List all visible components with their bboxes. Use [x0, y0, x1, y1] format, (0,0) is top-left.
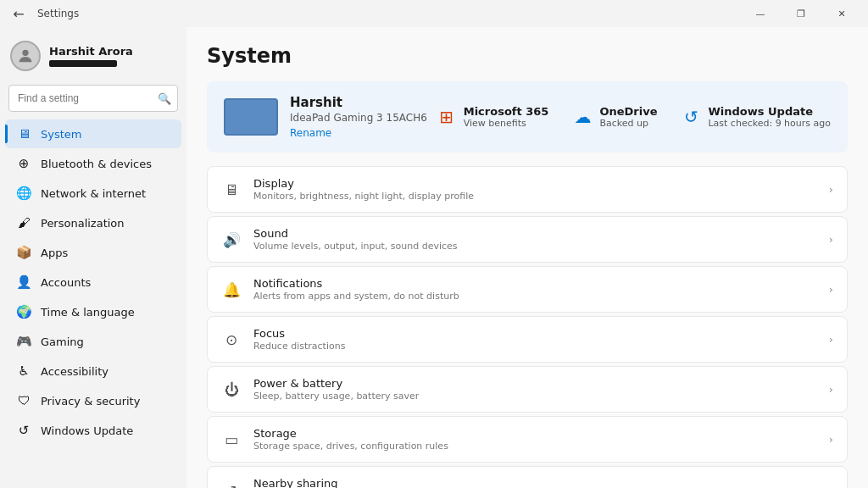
sidebar-item-accounts[interactable]: 👤 Accounts [5, 268, 181, 297]
titlebar-controls: — ❐ ✕ [741, 0, 861, 27]
profile-card: Harshit IdeaPad Gaming 3 15ACH6 Rename ⊞… [207, 81, 848, 152]
nav-label-accessibility: Accessibility [41, 365, 108, 378]
nav-label-accounts: Accounts [41, 276, 91, 289]
setting-text-notifications: Notifications Alerts from apps and syste… [253, 277, 817, 302]
user-bar [49, 60, 117, 67]
main-content: System Harshit IdeaPad Gaming 3 15ACH6 R… [186, 27, 868, 488]
nav-icon-windowsupdate: ↺ [15, 422, 32, 439]
restore-button[interactable]: ❐ [782, 0, 821, 27]
setting-name-storage: Storage [253, 427, 817, 440]
chevron-icon-focus: › [829, 333, 833, 346]
nav-icon-accessibility: ♿ [15, 363, 32, 380]
nav-icon-time: 🌍 [15, 303, 32, 320]
profile-info: Harshit IdeaPad Gaming 3 15ACH6 Rename [290, 95, 427, 139]
setting-power[interactable]: ⏻ Power & battery Sleep, battery usage, … [207, 366, 848, 413]
search-icon: 🔍 [158, 92, 171, 105]
setting-sound[interactable]: 🔊 Sound Volume levels, output, input, so… [207, 216, 848, 263]
setting-notifications[interactable]: 🔔 Notifications Alerts from apps and sys… [207, 266, 848, 313]
nav-icon-accounts: 👤 [15, 274, 32, 291]
setting-desc-power: Sleep, battery usage, battery saver [253, 391, 817, 402]
service-ms365: ⊞ Microsoft 365 View benefits [437, 105, 549, 129]
setting-desc-notifications: Alerts from apps and system, do not dist… [253, 291, 817, 302]
titlebar-left: ← Settings [7, 2, 79, 25]
nav-label-personalization: Personalization [41, 217, 125, 230]
service-name-onedrive: OneDrive [599, 105, 657, 118]
profile-name: Harshit [290, 95, 427, 110]
setting-icon-display: 🖥 [221, 180, 242, 200]
back-button[interactable]: ← [7, 2, 31, 25]
service-winupdate: ↺ Windows Update Last checked: 9 hours a… [681, 105, 831, 129]
service-text-ms365: Microsoft 365 View benefits [464, 105, 549, 129]
setting-name-sound: Sound [253, 227, 817, 240]
chevron-icon-sound: › [829, 233, 833, 246]
sidebar-item-bluetooth[interactable]: ⊕ Bluetooth & devices [5, 149, 181, 178]
nav-label-network: Network & internet [41, 187, 146, 200]
setting-name-display: Display [253, 177, 817, 190]
chevron-icon-display: › [829, 183, 833, 196]
service-status-ms365: View benefits [464, 118, 549, 129]
chevron-icon-nearbysharing: › [829, 483, 833, 488]
service-name-winupdate: Windows Update [708, 105, 831, 118]
svg-point-0 [22, 50, 28, 56]
setting-icon-notifications: 🔔 [221, 280, 242, 300]
service-status-onedrive: Backed up [599, 118, 657, 129]
setting-desc-storage: Storage space, drives, configuration rul… [253, 441, 817, 452]
user-info: Harshit Arora [49, 45, 133, 67]
profile-device: IdeaPad Gaming 3 15ACH6 [290, 112, 427, 124]
sidebar: Harshit Arora 🔍 🖥 System ⊕ Bluetooth & d… [0, 27, 186, 488]
setting-desc-display: Monitors, brightness, night light, displ… [253, 191, 817, 202]
setting-name-focus: Focus [253, 327, 817, 340]
minimize-button[interactable]: — [741, 0, 780, 27]
setting-icon-sound: 🔊 [221, 230, 242, 250]
chevron-icon-notifications: › [829, 283, 833, 296]
setting-text-sound: Sound Volume levels, output, input, soun… [253, 227, 817, 252]
search-box: 🔍 [8, 85, 178, 112]
service-icon-onedrive: ☁ [572, 107, 593, 127]
setting-display[interactable]: 🖥 Display Monitors, brightness, night li… [207, 166, 848, 213]
sidebar-item-gaming[interactable]: 🎮 Gaming [5, 327, 181, 356]
nav-label-bluetooth: Bluetooth & devices [41, 158, 152, 170]
nav-icon-system: 🖥 [15, 125, 32, 142]
titlebar: ← Settings — ❐ ✕ [0, 0, 868, 27]
nav-icon-gaming: 🎮 [15, 333, 32, 350]
sidebar-item-windowsupdate[interactable]: ↺ Windows Update [5, 416, 181, 445]
sidebar-item-system[interactable]: 🖥 System [5, 119, 181, 148]
search-input[interactable] [8, 85, 178, 112]
setting-text-focus: Focus Reduce distractions [253, 327, 817, 352]
nav-icon-personalization: 🖌 [15, 214, 32, 231]
sidebar-item-privacy[interactable]: 🛡 Privacy & security [5, 386, 181, 415]
setting-icon-focus: ⊙ [221, 330, 242, 350]
service-icon-winupdate: ↺ [681, 107, 701, 127]
rename-link[interactable]: Rename [290, 127, 427, 139]
sidebar-item-time[interactable]: 🌍 Time & language [5, 297, 181, 326]
nav-label-system: System [41, 128, 81, 141]
titlebar-title: Settings [37, 8, 79, 19]
setting-storage[interactable]: ▭ Storage Storage space, drives, configu… [207, 416, 848, 463]
service-status-winupdate: Last checked: 9 hours ago [708, 118, 831, 129]
sidebar-item-personalization[interactable]: 🖌 Personalization [5, 208, 181, 237]
nav-icon-apps: 📦 [15, 244, 32, 261]
setting-text-storage: Storage Storage space, drives, configura… [253, 427, 817, 452]
service-onedrive: ☁ OneDrive Backed up [572, 105, 657, 129]
sidebar-item-network[interactable]: 🌐 Network & internet [5, 179, 181, 208]
avatar [10, 41, 41, 71]
nav-container: 🖥 System ⊕ Bluetooth & devices 🌐 Network… [0, 119, 186, 446]
close-button[interactable]: ✕ [822, 0, 861, 27]
nav-label-privacy: Privacy & security [41, 395, 140, 408]
setting-icon-nearbysharing: ↗ [221, 480, 242, 489]
nav-label-apps: Apps [41, 247, 68, 259]
setting-desc-focus: Reduce distractions [253, 341, 817, 352]
setting-focus[interactable]: ⊙ Focus Reduce distractions › [207, 316, 848, 363]
chevron-icon-storage: › [829, 433, 833, 446]
page-title: System [207, 44, 848, 68]
user-name: Harshit Arora [49, 45, 133, 58]
setting-nearbysharing[interactable]: ↗ Nearby sharing Discoverability, receiv… [207, 466, 848, 488]
sidebar-item-accessibility[interactable]: ♿ Accessibility [5, 357, 181, 385]
service-text-onedrive: OneDrive Backed up [599, 105, 657, 129]
nav-icon-bluetooth: ⊕ [15, 155, 32, 172]
setting-name-power: Power & battery [253, 377, 817, 390]
sidebar-item-apps[interactable]: 📦 Apps [5, 238, 181, 267]
nav-label-windowsupdate: Windows Update [41, 424, 133, 437]
chevron-icon-power: › [829, 383, 833, 396]
user-section: Harshit Arora [0, 34, 186, 81]
